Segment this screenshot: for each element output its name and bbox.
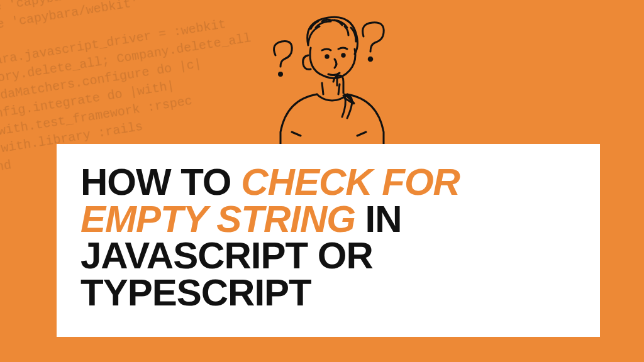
svg-point-3: [342, 54, 345, 57]
svg-point-2: [326, 55, 328, 58]
title-card: HOW TO CHECK FOR EMPTY STRING IN JAVASCR…: [57, 144, 600, 337]
title-part1: HOW TO: [80, 161, 241, 203]
question-mark-right-icon: [363, 23, 384, 61]
svg-point-0: [279, 73, 282, 76]
page-title: HOW TO CHECK FOR EMPTY STRING IN JAVASCR…: [80, 164, 576, 312]
question-mark-left-icon: [274, 41, 292, 76]
svg-point-1: [369, 57, 372, 61]
